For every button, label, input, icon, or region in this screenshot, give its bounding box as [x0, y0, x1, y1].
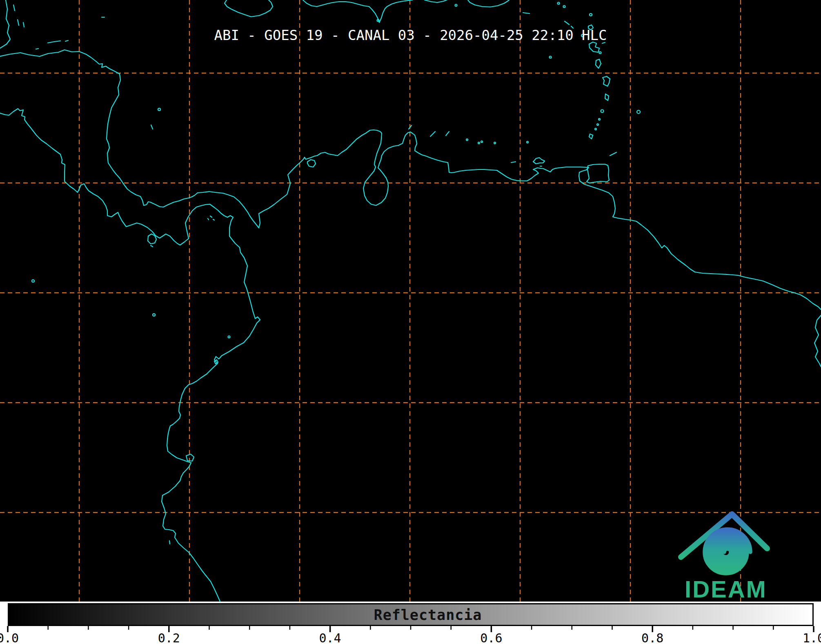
coastline-caribbean-mainland [0, 50, 821, 310]
map-svg: IDEAM [0, 0, 821, 602]
coastlines [0, 0, 821, 602]
coastline-amapa [814, 315, 821, 367]
curacao-island [430, 131, 435, 136]
gorgona-island [228, 336, 230, 338]
ideam-logo: IDEAM [681, 514, 767, 602]
mona-island [455, 4, 457, 7]
belize-cayes [13, 5, 24, 27]
colorbar-tick-label: 0.4 [319, 631, 341, 644]
margarita-island [533, 158, 545, 166]
colorbar-tick-label: 0.8 [641, 631, 663, 644]
cienaga-lagoon [307, 160, 316, 167]
image-title: ABI - GOES 19 - CANAL 03 - 2026-04-25 22… [0, 27, 821, 43]
providencia-island [158, 108, 160, 111]
colorbar-ticks [0, 602, 821, 644]
latlon-gridlines [0, 0, 821, 602]
colorbar-panel: Reflectancia 0.00.20.40.60.81.0 [0, 602, 821, 644]
coastline-hispaniola [303, 0, 412, 22]
bonaire-island [446, 131, 449, 136]
satellite-image-viewer: IDEAM ABI - GOES 19 - CANAL 03 - 2026-04… [0, 0, 821, 644]
lobos-island [169, 541, 170, 544]
colorbar-tick-label: 0.6 [480, 631, 502, 644]
malpelo-island [153, 314, 155, 316]
trinidad-island [587, 164, 609, 183]
coiba-island [148, 234, 156, 247]
logo-spiral [705, 529, 750, 573]
puna-island [186, 454, 194, 461]
coastline-puerto-rico [468, 0, 509, 7]
coco-island [32, 280, 34, 282]
coastline-jamaica [225, 0, 273, 17]
las-perlas-islands [208, 216, 214, 220]
map-canvas: IDEAM ABI - GOES 19 - CANAL 03 - 2026-04… [0, 0, 821, 602]
colorbar-tick-label: 1.0 [803, 631, 821, 644]
colorbar-tick-label: 0.0 [0, 631, 19, 644]
logo-wordmark: IDEAM [685, 576, 767, 602]
colorbar-tick-label: 0.2 [158, 631, 180, 644]
islands [32, 2, 640, 544]
isla-beata [377, 20, 379, 22]
san-andres-island [151, 125, 153, 129]
coastline-hispaniola-se [425, 0, 447, 2]
venezuelan-islands [466, 56, 552, 163]
